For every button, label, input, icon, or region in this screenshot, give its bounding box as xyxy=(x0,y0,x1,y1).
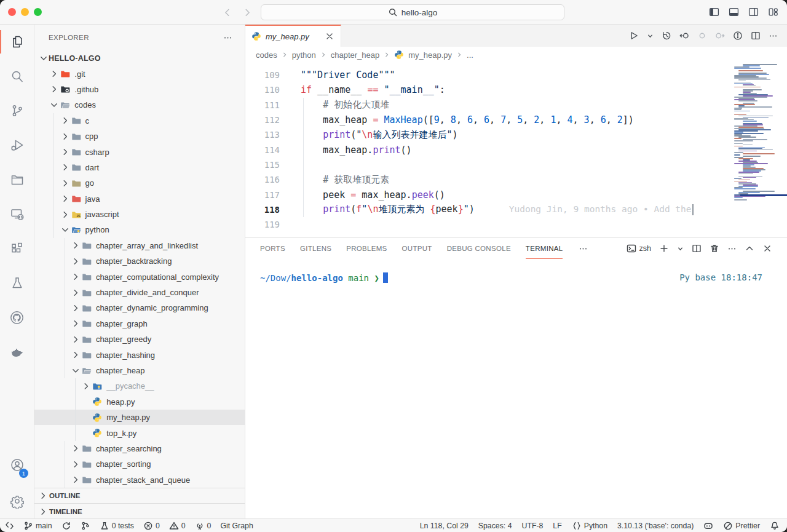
minimap[interactable] xyxy=(732,63,787,210)
activity-item-extensions[interactable] xyxy=(0,231,34,266)
panel-tab-ports[interactable]: PORTS xyxy=(260,238,285,259)
close-window-button[interactable] xyxy=(8,8,16,16)
tree-item-cpp[interactable]: cpp xyxy=(34,129,245,144)
outline-section[interactable]: OUTLINE xyxy=(34,488,245,503)
activity-item-settings[interactable] xyxy=(0,484,34,518)
tree-item-javascript[interactable]: JSjavascript xyxy=(34,207,245,222)
status-language-mode[interactable]: Python xyxy=(572,521,607,531)
zoom-window-button[interactable] xyxy=(34,8,42,16)
activity-item-github[interactable] xyxy=(0,300,34,335)
status-sync[interactable] xyxy=(61,521,71,531)
tree-item-heap-py[interactable]: heap.py xyxy=(34,394,245,410)
tree-item-chapter-backtracking[interactable]: chapter_backtracking xyxy=(34,253,245,269)
prev-change-icon[interactable] xyxy=(679,31,689,41)
more-panel-tabs-icon[interactable] xyxy=(579,244,588,253)
terminal-shell-selector[interactable]: zsh xyxy=(627,244,651,253)
tree-item-chapter-divide-and-conquer[interactable]: chapter_divide_and_conquer xyxy=(34,285,245,300)
split-editor-icon[interactable] xyxy=(751,31,761,41)
breadcrumb-item[interactable]: chapter_heap xyxy=(331,50,380,60)
panel-tab-problems[interactable]: PROBLEMS xyxy=(346,238,387,259)
status-git-graph-view[interactable] xyxy=(81,521,90,531)
status-indentation[interactable]: Spaces: 4 xyxy=(478,522,512,530)
breadcrumb-item[interactable]: my_heap.py xyxy=(408,50,452,60)
tree-item-c[interactable]: c xyxy=(34,113,245,129)
history-icon[interactable] xyxy=(662,31,671,41)
terminal[interactable]: ~/Dow/hello-algo main ❯ Py base 18:18:47 xyxy=(245,259,787,518)
minimize-window-button[interactable] xyxy=(21,8,29,16)
tree-item-chapter-hashing[interactable]: chapter_hashing xyxy=(34,347,245,362)
tab-my-heap-py[interactable]: my_heap.py xyxy=(245,25,341,47)
split-sm-icon[interactable] xyxy=(692,244,702,253)
back-icon[interactable] xyxy=(223,7,232,17)
panel-tab-debug-console[interactable]: DEBUG CONSOLE xyxy=(447,238,511,259)
tree-item-dart[interactable]: dart xyxy=(34,160,245,175)
close-tab-icon[interactable] xyxy=(325,31,334,41)
tree-item--git[interactable]: .git xyxy=(34,66,245,81)
activity-item-folder-explorer[interactable] xyxy=(0,162,34,197)
status-tests[interactable]: 0 tests xyxy=(100,521,134,531)
tree-item-chapter-stack-and-queue[interactable]: chapter_stack_and_queue xyxy=(34,472,245,488)
panel-tab-terminal[interactable]: TERMINAL xyxy=(526,238,563,259)
status-notifications[interactable] xyxy=(770,521,780,531)
status-eol[interactable]: LF xyxy=(553,522,561,530)
layout-custom-icon[interactable] xyxy=(768,7,778,17)
commit-graph-icon[interactable] xyxy=(733,31,743,41)
tree-item-my-heap-py[interactable]: my_heap.py xyxy=(34,410,245,425)
ellipsis-icon[interactable] xyxy=(769,31,778,41)
run-icon[interactable] xyxy=(629,31,639,41)
status-git-graph[interactable]: Git Graph xyxy=(220,522,253,530)
tree-item-chapter-graph[interactable]: chapter_graph xyxy=(34,316,245,332)
tree-item-java[interactable]: java xyxy=(34,191,245,207)
status-python-interpreter[interactable]: 3.10.13 ('base': conda) xyxy=(617,522,694,530)
breadcrumb-item[interactable]: codes xyxy=(256,50,277,60)
panel-tab-output[interactable]: OUTPUT xyxy=(402,238,432,259)
tree-item-go[interactable]: go xyxy=(34,175,245,191)
activity-item-source-control[interactable] xyxy=(0,93,34,128)
tree-item-python[interactable]: python xyxy=(34,222,245,237)
activity-item-accounts[interactable]: 1 xyxy=(0,450,34,484)
forward-icon[interactable] xyxy=(242,7,252,17)
status-encoding[interactable]: UTF-8 xyxy=(522,522,544,530)
circle-o-icon[interactable] xyxy=(697,31,707,41)
tree-item-top-k-py[interactable]: top_k.py xyxy=(34,425,245,440)
explorer-more-actions-icon[interactable] xyxy=(223,33,232,42)
tree-item-codes[interactable]: codes xyxy=(34,97,245,113)
status-prettier[interactable]: Prettier xyxy=(723,521,760,531)
activity-item-remote-explorer[interactable] xyxy=(0,197,34,231)
plus-icon[interactable] xyxy=(659,244,669,253)
layout-sidebar-right-icon[interactable] xyxy=(748,7,759,17)
tree-item-chapter-sorting[interactable]: chapter_sorting xyxy=(34,456,245,472)
activity-item-explorer[interactable] xyxy=(0,25,34,59)
tree-item-chapter-computational-complexity[interactable]: chapter_computational_complexity xyxy=(34,269,245,284)
activity-item-run-debug[interactable] xyxy=(0,128,34,162)
tree-item-chapter-heap[interactable]: chapter_heap xyxy=(34,363,245,378)
status-cursor-position[interactable]: Ln 118, Col 29 xyxy=(420,522,469,530)
tree-item--github[interactable]: .github xyxy=(34,82,245,97)
layout-panel-icon[interactable] xyxy=(729,7,739,17)
breadcrumb-item[interactable]: python xyxy=(292,50,316,60)
chev-up-icon[interactable] xyxy=(745,244,754,253)
tree-item-chapter-array-and-linkedlist[interactable]: chapter_array_and_linkedlist xyxy=(34,238,245,253)
code-editor[interactable]: 109"""Driver Code"""110if __name__ == "_… xyxy=(245,63,787,237)
status-copilot[interactable] xyxy=(703,521,713,531)
tree-item-chapter-dynamic-programming[interactable]: chapter_dynamic_programming xyxy=(34,300,245,316)
close-x-icon[interactable] xyxy=(762,244,772,253)
status-remote-indicator[interactable] xyxy=(5,521,14,530)
layout-sidebar-left-icon[interactable] xyxy=(709,7,719,17)
trash-icon[interactable] xyxy=(710,244,719,253)
command-center-search[interactable]: hello-algo xyxy=(261,4,564,20)
breadcrumb-item[interactable]: ... xyxy=(467,50,473,60)
status-branch[interactable]: main xyxy=(23,521,52,531)
activity-item-search[interactable] xyxy=(0,59,34,93)
tree-item-chapter-searching[interactable]: chapter_searching xyxy=(34,441,245,456)
chev-down-sm-icon[interactable] xyxy=(647,33,654,39)
status-feedback[interactable]: 0 xyxy=(195,521,212,531)
timeline-section[interactable]: TIMELINE xyxy=(34,503,245,518)
ellipsis-icon[interactable] xyxy=(727,244,737,253)
next-change-icon[interactable] xyxy=(715,31,725,41)
tree-item-hello-algo[interactable]: HELLO-ALGO xyxy=(34,50,245,66)
activity-item-testing[interactable] xyxy=(0,266,34,300)
chev-down-sm-icon[interactable] xyxy=(677,245,684,252)
panel-tab-gitlens[interactable]: GITLENS xyxy=(300,238,331,259)
status-warnings[interactable]: 0 xyxy=(169,521,186,531)
